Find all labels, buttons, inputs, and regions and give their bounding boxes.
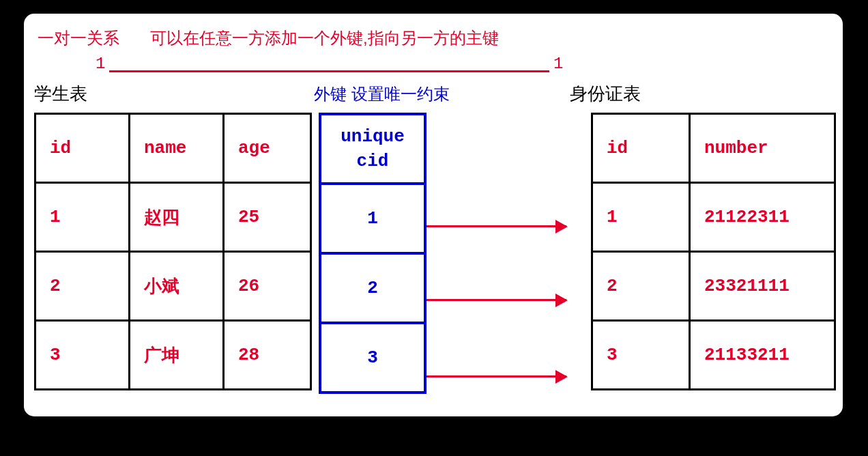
fk-arrow-icon [426,299,566,301]
table-row: 3 21133211 [592,321,835,390]
cid-label: cid [357,151,389,171]
cell-id: 3 [35,321,130,390]
table-header-row: unique cid [320,114,425,184]
cell-name: 赵四 [130,183,224,252]
table-row: 2 23321111 [592,252,835,321]
table-row: 1 21122311 [592,183,835,252]
table-row: 2 [320,253,425,323]
cell-cid: 2 [320,253,425,323]
header-age: age [224,114,311,183]
header-number: number [690,114,835,183]
cell-name: 广坤 [130,321,224,390]
header-id: id [592,114,690,183]
table-row: 3 [320,323,425,393]
cell-name: 小斌 [130,252,224,321]
fk-arrow-icon [426,375,566,377]
relation-title: 一对一关系 [38,27,119,49]
fk-column-table: unique cid 1 2 3 [319,113,426,394]
header-id: id [35,114,130,183]
cell-age: 25 [224,183,311,252]
student-table-label: 学生表 [34,82,87,106]
cardinality-right: 1 [553,55,563,73]
cell-number: 23321111 [690,252,835,321]
cell-number: 21122311 [690,183,835,252]
cell-id: 2 [35,252,130,321]
cell-id: 2 [592,252,690,321]
header-cid: unique cid [320,114,425,184]
cell-cid: 3 [320,323,425,393]
fk-arrow-icon [426,225,566,227]
cell-cid: 1 [320,184,425,253]
cardinality-left: 1 [96,55,105,73]
cell-age: 28 [224,321,311,390]
header-name: name [130,114,224,183]
cell-id: 3 [592,321,690,390]
table-row: 1 赵四 25 [35,183,311,252]
table-row: 1 [320,184,425,253]
relation-description: 可以在任意一方添加一个外键,指向另一方的主键 [150,27,499,49]
table-header-row: id number [592,114,835,183]
table-row: 3 广坤 28 [35,321,311,390]
table-row: 2 小斌 26 [35,252,311,321]
student-table: id name age 1 赵四 25 2 小斌 26 3 广坤 28 [34,113,312,390]
table-header-row: id name age [35,114,311,183]
cell-id: 1 [592,183,690,252]
cell-age: 26 [224,252,311,321]
cell-number: 21133211 [690,321,835,390]
unique-label: unique [341,126,405,147]
idcard-table: id number 1 21122311 2 23321111 3 211332… [591,113,836,390]
diagram-panel: 一对一关系 可以在任意一方添加一个外键,指向另一方的主键 1 1 学生表 身份证… [24,14,843,416]
fk-note: 外键 设置唯一约束 [314,83,450,105]
cell-id: 1 [35,183,130,252]
idcard-table-label: 身份证表 [570,82,641,106]
relation-line [109,70,549,72]
